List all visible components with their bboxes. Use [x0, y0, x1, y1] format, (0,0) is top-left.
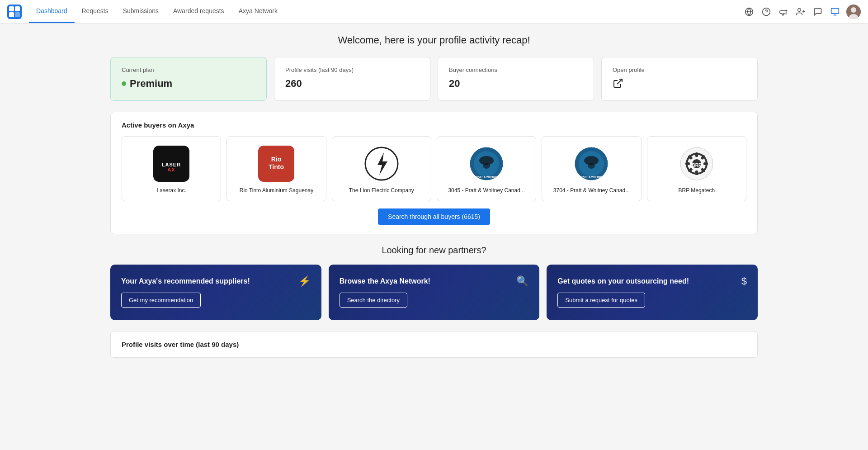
svg-text:BRP: BRP: [692, 163, 701, 168]
buyer-name-pw2: 3704 - Pratt & Whitney Canad...: [553, 187, 630, 194]
plan-value: Premium: [122, 78, 255, 90]
buyer-logo-pw2: PRATT & WHITNEY: [573, 146, 609, 182]
chat-icon[interactable]: [812, 6, 824, 18]
svg-rect-43: [685, 162, 690, 165]
navbar: Dashboard Requests Submissions Awarded r…: [0, 0, 868, 24]
buyer-logo-laserax: LASERAX: [153, 146, 189, 182]
tab-awarded-requests[interactable]: Awarded requests: [166, 0, 231, 23]
plan-dot: [122, 81, 126, 86]
search-all-buyers-button[interactable]: Search through all buyers (6615): [378, 208, 490, 225]
partner-card-recommendations: ⚡ Your Axya's recommended suppliers! Get…: [110, 265, 321, 320]
buyer-lion[interactable]: The Lion Electric Company: [332, 136, 431, 201]
partner-card-quotes: $ Get quotes on your outsourcing need! S…: [547, 265, 758, 320]
submit-request-button[interactable]: Submit a request for quotes: [557, 293, 645, 308]
avatar[interactable]: [846, 5, 861, 19]
buyer-logo-pw1: PRATT & WHITNEY: [468, 146, 505, 182]
person-add-icon[interactable]: [795, 6, 807, 18]
dollar-icon: $: [741, 275, 747, 287]
svg-text:PRATT & WHITNEY: PRATT & WHITNEY: [579, 175, 604, 178]
partners-title: Looking for new partners?: [110, 245, 758, 256]
svg-marker-23: [377, 152, 387, 175]
buyer-logo-lion: [363, 146, 400, 182]
open-profile-label: Open profile: [613, 66, 746, 73]
svg-point-32: [588, 163, 595, 169]
help-icon[interactable]: [760, 6, 772, 18]
stats-row: Current plan Premium Profile visits (las…: [110, 57, 758, 101]
buyer-name-laserax: Laserax Inc.: [156, 187, 186, 194]
partner-card-network: 🔍 Browse the Axya Network! Search the di…: [329, 265, 540, 320]
svg-point-12: [851, 7, 856, 13]
svg-point-7: [798, 8, 801, 11]
stat-current-plan: Current plan Premium: [110, 57, 267, 101]
visits-value: 260: [285, 78, 419, 90]
svg-text:AX: AX: [168, 167, 175, 172]
main-content: Welcome, here is your profile activity r…: [99, 24, 769, 369]
partner-title-network: Browse the Axya Network!: [340, 277, 500, 285]
tab-submissions[interactable]: Submissions: [116, 0, 166, 23]
svg-rect-41: [695, 171, 698, 175]
partner-title-quotes: Get quotes on your outsourcing need!: [557, 277, 718, 285]
profile-visits-section: Profile visits over time (last 90 days): [110, 331, 758, 358]
svg-text:Rio: Rio: [271, 156, 282, 163]
svg-text:PRATT & WHITNEY: PRATT & WHITNEY: [474, 175, 499, 178]
megaphone-icon[interactable]: [778, 6, 789, 18]
search-icon: 🔍: [516, 275, 528, 287]
search-btn-row: Search through all buyers (6615): [122, 208, 746, 225]
page-title: Welcome, here is your profile activity r…: [110, 34, 758, 46]
svg-point-27: [483, 163, 490, 169]
globe-icon[interactable]: [743, 6, 755, 18]
svg-text:Tinto: Tinto: [269, 163, 284, 171]
stat-buyer-connections: Buyer connections 20: [438, 57, 594, 101]
buyer-name-pw1: 3045 - Pratt & Whitney Canad...: [448, 187, 524, 194]
get-recommendation-button[interactable]: Get my recommendation: [121, 293, 201, 308]
buyer-name-riotinto: Rio Tinto Aluminium Saguenay: [240, 187, 313, 194]
svg-rect-2: [15, 6, 20, 11]
buyer-pw1[interactable]: PRATT & WHITNEY 3045 - Pratt & Whitney C…: [437, 136, 536, 201]
svg-rect-3: [9, 12, 14, 17]
buyer-name-brp: BRP Megatech: [679, 187, 715, 194]
svg-rect-1: [9, 6, 14, 11]
svg-rect-4: [15, 12, 20, 17]
plan-label: Current plan: [122, 66, 255, 73]
active-buyers-section: Active buyers on Axya LASERAX Laserax In…: [110, 112, 758, 234]
active-buyers-title: Active buyers on Axya: [122, 121, 746, 129]
buyer-brp[interactable]: BRP BRP Megatech: [647, 136, 746, 201]
buyer-laserax[interactable]: LASERAX Laserax Inc.: [122, 136, 221, 201]
profile-visits-title: Profile visits over time (last 90 days): [122, 341, 746, 348]
svg-line-14: [617, 79, 622, 84]
buyer-riotinto[interactable]: RioTinto Rio Tinto Aluminium Saguenay: [226, 136, 326, 201]
svg-rect-10: [831, 8, 839, 14]
search-directory-button[interactable]: Search the directory: [340, 293, 407, 308]
stat-profile-visits: Profile visits (last 90 days) 260: [274, 57, 430, 101]
svg-rect-39: [703, 162, 708, 165]
open-profile-icon[interactable]: [613, 78, 746, 91]
tab-axya-network[interactable]: Axya Network: [231, 0, 285, 23]
visits-label: Profile visits (last 90 days): [285, 66, 419, 73]
plan-name: Premium: [130, 78, 172, 90]
stat-open-profile[interactable]: Open profile: [601, 57, 758, 101]
svg-rect-37: [695, 152, 698, 157]
tab-dashboard[interactable]: Dashboard: [29, 0, 75, 23]
buyer-name-lion: The Lion Electric Company: [349, 187, 414, 194]
app-logo[interactable]: [7, 5, 22, 19]
tab-requests[interactable]: Requests: [75, 0, 116, 23]
connections-value: 20: [449, 78, 583, 90]
buyers-grid: LASERAX Laserax Inc. RioTinto Rio Tinto …: [122, 136, 746, 201]
buyer-pw2[interactable]: PRATT & WHITNEY 3704 - Pratt & Whitney C…: [542, 136, 641, 201]
nav-tabs: Dashboard Requests Submissions Awarded r…: [29, 0, 285, 23]
buyer-logo-riotinto: RioTinto: [258, 146, 294, 182]
connections-label: Buyer connections: [449, 66, 583, 73]
navbar-right: [743, 5, 861, 19]
partners-grid: ⚡ Your Axya's recommended suppliers! Get…: [110, 265, 758, 320]
lightning-icon: ⚡: [298, 275, 311, 287]
buyer-logo-brp: BRP: [679, 146, 715, 182]
share-icon[interactable]: [829, 6, 841, 18]
partner-title-recommendations: Your Axya's recommended suppliers!: [121, 277, 282, 285]
